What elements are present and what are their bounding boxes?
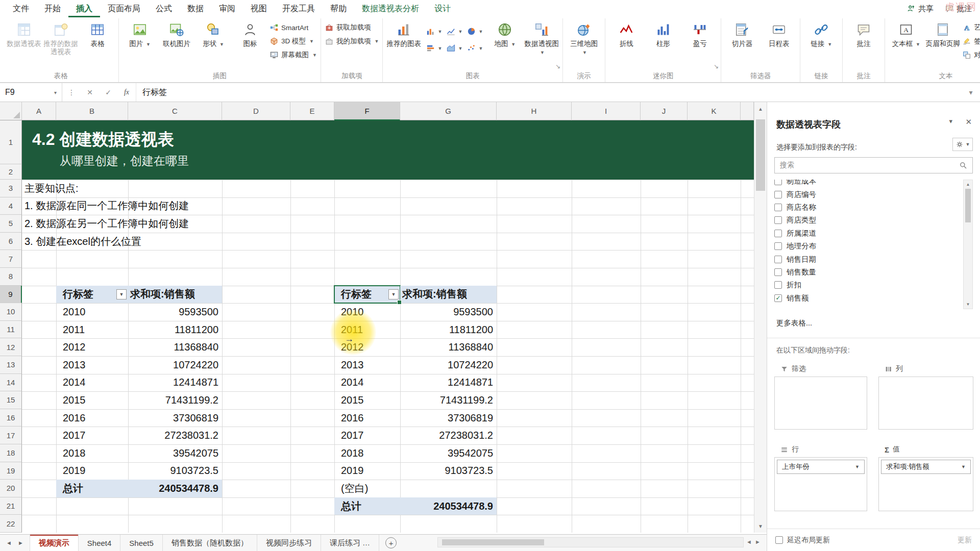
- pivot-value[interactable]: 27238031.2: [400, 427, 497, 444]
- column-header-H[interactable]: H: [497, 102, 572, 120]
- ribbon-button[interactable]: 我的加载项▼: [325, 37, 379, 46]
- field-checkbox[interactable]: [774, 204, 782, 211]
- pivot-total-label[interactable]: 总计: [334, 497, 400, 515]
- pivot-value[interactable]: 39542075: [400, 444, 497, 462]
- pivot-value[interactable]: 11368840: [128, 338, 222, 356]
- pivot-value[interactable]: [400, 480, 497, 497]
- ribbon-tab[interactable]: 文件: [5, 0, 37, 17]
- ribbon-button[interactable]: 屏幕截图▼: [270, 51, 317, 60]
- panel-options-icon[interactable]: ▾: [949, 117, 952, 125]
- pivot-row-label[interactable]: 2019: [56, 462, 128, 480]
- ribbon-button[interactable]: 形状 ▼: [195, 18, 232, 48]
- row-header-5[interactable]: 5: [0, 215, 22, 233]
- pivot-value[interactable]: 12414871: [128, 374, 222, 392]
- field-item[interactable]: 销售数量: [774, 266, 973, 279]
- field-checkbox[interactable]: [774, 191, 782, 198]
- add-sheet-button[interactable]: +: [385, 537, 397, 548]
- scroll-down-icon[interactable]: ▼: [754, 519, 767, 533]
- defer-layout-checkbox[interactable]: 延迟布局更新: [775, 536, 830, 545]
- sheet-tab[interactable]: 视频演示: [30, 535, 79, 551]
- column-header-J[interactable]: J: [641, 102, 688, 120]
- field-checkbox[interactable]: [774, 230, 782, 237]
- column-header-K[interactable]: K: [688, 102, 741, 120]
- ribbon-button[interactable]: 获取加载项: [325, 23, 379, 32]
- row-header-3[interactable]: 3: [0, 180, 22, 197]
- vertical-scrollbar[interactable]: ▲ ▼: [754, 102, 767, 533]
- field-item[interactable]: 地理分布: [774, 240, 973, 253]
- ribbon-tab[interactable]: 插入: [68, 0, 100, 17]
- ribbon-tab[interactable]: 公式: [148, 0, 180, 17]
- pivot-row-label[interactable]: 2016: [334, 409, 400, 427]
- vertical-scrollbar-thumb[interactable]: [756, 119, 765, 191]
- pivot-row-label[interactable]: 2015: [334, 391, 400, 409]
- row-header-22[interactable]: 22: [0, 515, 22, 533]
- horizontal-scrollbar[interactable]: [437, 537, 744, 547]
- row-header-19[interactable]: 19: [0, 462, 22, 480]
- pivot-row-labels-header[interactable]: 行标签▼: [334, 286, 400, 304]
- field-checkbox[interactable]: [774, 256, 782, 263]
- ribbon-button[interactable]: 推荐的图表: [385, 18, 422, 48]
- pivot-total-label[interactable]: 总计: [56, 480, 128, 497]
- area-box-值[interactable]: 求和项:销售额▼: [878, 457, 973, 511]
- column-header-F[interactable]: F: [334, 102, 400, 120]
- ribbon-button[interactable]: 签名行▼: [962, 37, 980, 46]
- ribbon-button[interactable]: 页眉和页脚: [924, 18, 961, 48]
- ribbon-button[interactable]: ▼: [424, 23, 444, 39]
- ribbon-tab[interactable]: 设计: [427, 0, 458, 17]
- pivot-row-label[interactable]: 2017: [334, 427, 400, 444]
- field-checkbox[interactable]: [774, 242, 782, 250]
- scroll-up-icon[interactable]: ▲: [754, 102, 767, 115]
- field-checkbox[interactable]: [774, 180, 782, 185]
- sheet-next-icon[interactable]: ►: [18, 540, 23, 546]
- sheet-tab[interactable]: 课后练习 …: [321, 535, 379, 551]
- field-pill[interactable]: 求和项:销售额▼: [881, 460, 971, 474]
- pivot-value[interactable]: 10724220: [400, 356, 497, 374]
- ribbon-button[interactable]: ▼: [465, 23, 484, 39]
- pivot-row-label[interactable]: 2016: [56, 409, 128, 427]
- pivot-value[interactable]: 9103723.5: [400, 462, 497, 480]
- pivot-row-label[interactable]: 2018: [334, 444, 400, 462]
- row-header-21[interactable]: 21: [0, 497, 22, 515]
- ribbon-button[interactable]: A文本框 ▼: [888, 18, 924, 48]
- ribbon-button[interactable]: 图片 ▼: [121, 18, 158, 48]
- sheet-tab[interactable]: Sheet4: [79, 535, 121, 551]
- pivot-value[interactable]: 27238031.2: [128, 427, 222, 444]
- ribbon-button[interactable]: 日程表: [761, 18, 797, 48]
- row-header-7[interactable]: 7: [0, 250, 22, 268]
- column-header-G[interactable]: G: [400, 102, 497, 120]
- pivot-value[interactable]: 37306819: [400, 409, 497, 427]
- pivot-value[interactable]: 9103723.5: [128, 462, 222, 480]
- pivot-value[interactable]: 11368840: [400, 338, 497, 356]
- ribbon-button[interactable]: 链接 ▼: [803, 18, 840, 48]
- pivot-values-header[interactable]: 求和项:销售额: [400, 286, 497, 304]
- pivot-row-label[interactable]: 2017: [56, 427, 128, 444]
- ribbon-tab[interactable]: 页面布局: [100, 0, 148, 17]
- name-box[interactable]: F9 ▾: [0, 83, 62, 102]
- pivot-row-label[interactable]: 2015: [56, 391, 128, 409]
- field-checkbox[interactable]: [774, 216, 782, 224]
- panel-close-icon[interactable]: ✕: [965, 117, 972, 127]
- area-box-列[interactable]: [878, 377, 973, 430]
- column-header-B[interactable]: B: [56, 102, 128, 120]
- more-tables-link[interactable]: 更多表格...: [776, 318, 812, 328]
- row-header-11[interactable]: 11: [0, 321, 22, 339]
- ribbon-button[interactable]: 盈亏: [681, 18, 718, 48]
- sheet-tab[interactable]: 销售数据（随机数据）: [163, 535, 257, 551]
- row-header-10[interactable]: 10: [0, 303, 22, 321]
- field-item[interactable]: 商店类型: [774, 214, 973, 227]
- ribbon-button[interactable]: 切片器: [724, 18, 761, 48]
- ribbon-tab[interactable]: 开始: [37, 0, 68, 17]
- field-checkbox[interactable]: ✓: [774, 294, 782, 302]
- field-item[interactable]: 制造成本: [774, 180, 973, 188]
- pivot-row-label[interactable]: 2012: [56, 338, 128, 356]
- pivot-row-label[interactable]: 2014: [56, 374, 128, 392]
- ribbon-button[interactable]: 3D 模型▼: [270, 37, 317, 46]
- insert-function-button[interactable]: fx: [117, 83, 136, 102]
- filter-dropdown-button[interactable]: ▼: [388, 289, 399, 299]
- column-header-E[interactable]: E: [290, 102, 334, 120]
- cancel-button[interactable]: ✕: [81, 83, 99, 102]
- dialog-launcher-icon[interactable]: ↘: [714, 63, 719, 70]
- ribbon-tab[interactable]: 开发工具: [275, 0, 323, 17]
- pivot-value[interactable]: 10724220: [128, 356, 222, 374]
- tools-gear-button[interactable]: ▼: [952, 138, 973, 151]
